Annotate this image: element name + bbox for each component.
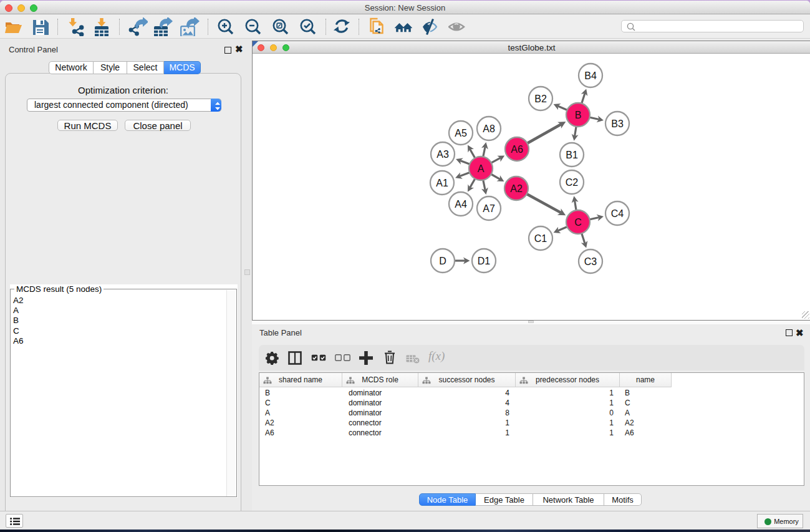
svg-text:C: C <box>574 217 582 228</box>
svg-text:A5: A5 <box>455 128 467 138</box>
svg-text:B3: B3 <box>611 118 624 129</box>
svg-text:A6: A6 <box>511 144 523 155</box>
svg-text:C3: C3 <box>584 256 597 267</box>
svg-text:A8: A8 <box>483 123 495 134</box>
svg-text:A4: A4 <box>455 199 467 210</box>
svg-text:B2: B2 <box>534 94 547 104</box>
svg-text:A: A <box>478 163 485 174</box>
svg-text:B4: B4 <box>584 70 597 81</box>
svg-text:C4: C4 <box>611 208 624 219</box>
svg-text:D: D <box>439 256 446 266</box>
svg-text:A7: A7 <box>483 203 495 214</box>
svg-text:B1: B1 <box>566 150 578 160</box>
svg-text:A3: A3 <box>436 149 449 160</box>
svg-text:B: B <box>575 110 582 120</box>
svg-text:A1: A1 <box>436 178 448 188</box>
svg-text:C1: C1 <box>534 233 547 244</box>
svg-text:C2: C2 <box>566 177 579 188</box>
svg-text:D1: D1 <box>478 256 491 266</box>
svg-text:A2: A2 <box>510 183 523 194</box>
